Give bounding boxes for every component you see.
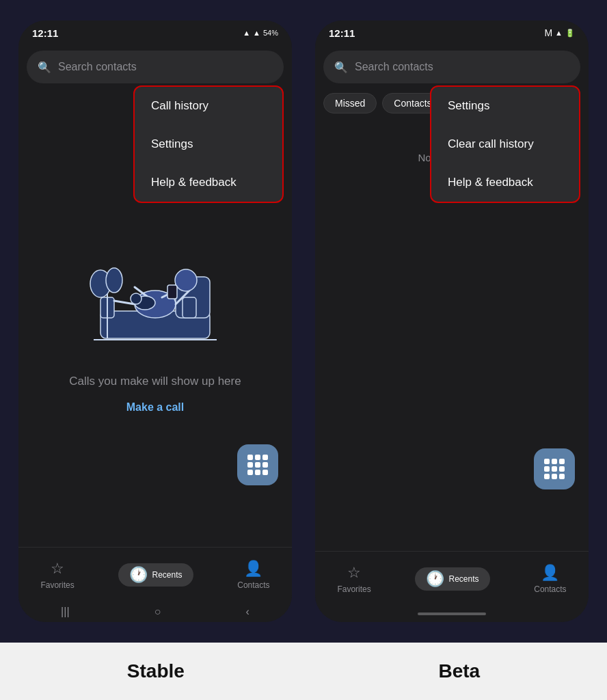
svg-rect-3 [183,297,196,318]
recents-icon: 🕐 [129,566,148,584]
dropdown-item-settings[interactable]: Settings [135,125,282,163]
dial-dot [559,466,565,472]
bottom-nav-beta: ☆ Favorites 🕐 Recents 👤 Contacts [315,551,589,606]
recents-label-beta: Recents [448,574,478,584]
contacts-icon: 👤 [244,560,262,578]
dropdown-item-clear-history[interactable]: Clear call history [431,125,579,163]
dial-dot [552,474,557,479]
dialpad-grid [247,455,268,475]
favorites-label-beta: Favorites [337,584,370,594]
status-bar-stable: 12:11 ▲ ▲ 54% [18,21,292,45]
meet-icon: M [544,27,552,38]
nav-contacts-stable[interactable]: 👤 Contacts [237,560,269,590]
contacts-label-beta: Contacts [534,584,566,594]
dial-dot [255,470,260,475]
stable-phone: 12:11 ▲ ▲ 54% 🔍 Search contacts Call his… [18,21,292,622]
search-placeholder-stable: Search contacts [58,61,137,73]
nav-favorites-stable[interactable]: ☆ Favorites [40,560,74,590]
gesture-menu: ||| [61,606,69,618]
favorites-icon: ☆ [51,560,64,578]
nav-contacts-beta[interactable]: 👤 Contacts [534,564,566,594]
recents-icon-beta: 🕐 [426,570,444,588]
dial-dot [247,455,253,460]
nav-favorites-beta[interactable]: ☆ Favorites [337,564,370,594]
gesture-bar-stable: ||| ○ ‹ [18,602,292,622]
chip-missed[interactable]: Missed [323,93,377,113]
svg-point-7 [175,269,197,291]
battery-icon-beta: 🔋 [565,29,575,38]
gesture-back: ‹ [246,606,249,618]
favorites-label: Favorites [40,580,74,590]
status-bar-beta: 12:11 M ▲ 🔋 [315,21,589,45]
beta-label: Beta [438,660,480,682]
dialpad-grid-beta [544,459,565,479]
search-icon-beta: 🔍 [334,61,348,74]
wifi-icon-beta: ▲ [555,29,563,37]
dropdown-item-help-beta[interactable]: Help & feedback [431,163,579,202]
signal-icon: ▲ [243,29,250,37]
make-call-button[interactable]: Make a call [126,401,185,414]
stable-label: Stable [127,660,185,682]
search-bar-beta[interactable]: 🔍 Search contacts [323,51,580,83]
battery-icon: 54% [263,29,278,37]
dropdown-menu-stable: Call history Settings Help & feedback [133,85,284,203]
time-stable: 12:11 [32,27,58,39]
wifi-icon: ▲ [253,29,260,37]
dial-dot [544,466,550,472]
dial-dot [247,462,253,468]
svg-rect-10 [167,285,177,299]
dial-dot [544,474,550,479]
home-indicator-beta [315,606,589,622]
dropdown-item-call-history[interactable]: Call history [135,87,282,125]
gesture-home: ○ [154,606,161,618]
dial-dot [255,455,260,460]
dropdown-item-settings-beta[interactable]: Settings [431,87,579,125]
empty-state-illustration [80,222,230,359]
fab-dialpad-beta[interactable] [534,448,575,489]
dial-dot [247,470,253,475]
dial-dot [552,466,557,472]
active-pill-beta: 🕐 Recents [415,567,489,591]
home-bar [418,612,486,615]
contacts-icon-beta: 👤 [541,564,559,582]
active-pill: 🕐 Recents [118,563,193,587]
bottom-nav-stable: ☆ Favorites 🕐 Recents 👤 Contacts [18,547,292,602]
dial-dot [544,459,550,464]
dial-dot [552,459,557,464]
svg-point-15 [131,293,141,304]
dial-dot [559,459,565,464]
dial-dot [262,455,268,460]
nav-recents-beta[interactable]: 🕐 Recents [415,567,489,591]
status-icons-stable: ▲ ▲ 54% [243,29,278,37]
favorites-icon-beta: ☆ [347,564,361,582]
search-icon-stable: 🔍 [38,61,51,74]
nav-recents-stable[interactable]: 🕐 Recents [118,563,193,587]
empty-state-text: Calls you make will show up here [69,373,241,390]
search-placeholder-beta: Search contacts [355,61,433,73]
dial-dot [255,462,260,468]
labels-row: Stable Beta [0,643,607,700]
status-icons-beta: M ▲ 🔋 [544,27,575,38]
beta-phone: 12:11 M ▲ 🔋 🔍 Search contacts Missed Con… [315,21,589,622]
search-bar-stable[interactable]: 🔍 Search contacts [27,51,284,83]
dropdown-item-help[interactable]: Help & feedback [135,163,282,202]
recents-label: Recents [152,570,182,580]
dial-dot [262,462,268,468]
fab-dialpad-stable[interactable] [237,444,278,485]
contacts-label: Contacts [237,580,269,590]
svg-point-13 [106,268,122,293]
dropdown-menu-beta: Settings Clear call history Help & feedb… [430,85,580,203]
dial-dot [559,474,565,479]
dial-dot [262,470,268,475]
time-beta: 12:11 [329,27,355,39]
